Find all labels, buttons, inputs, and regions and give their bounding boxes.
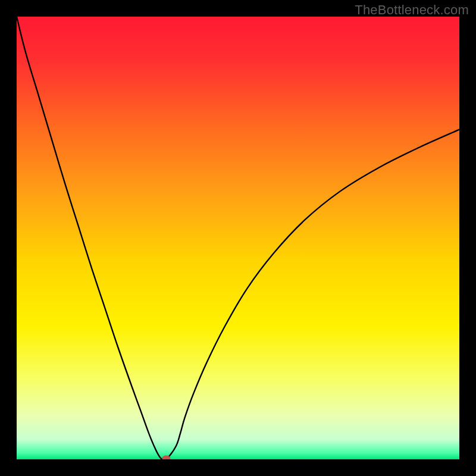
chart-frame: TheBottleneck.com [0,0,476,476]
plot-area [17,17,459,459]
chart-background [17,17,459,459]
chart-svg [17,17,459,459]
watermark-text: TheBottleneck.com [355,2,469,18]
